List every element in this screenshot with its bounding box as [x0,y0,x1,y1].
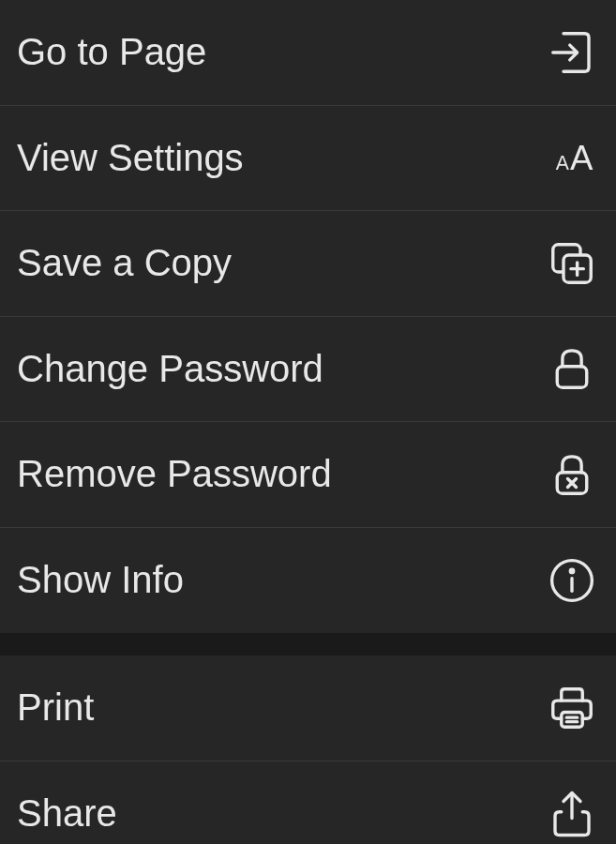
menu-group-1: Go to Page View Settings A A Save a Copy [0,0,616,633]
svg-text:A: A [556,153,570,174]
menu-item-label: Change Password [17,348,323,390]
page-arrow-icon [547,27,597,78]
share-icon [547,789,597,839]
svg-rect-6 [557,367,587,388]
menu-group-2: Print Share [0,656,616,844]
info-icon [547,555,597,606]
svg-text:A: A [570,140,593,178]
menu-item-remove-password[interactable]: Remove Password [0,422,616,528]
menu-item-label: View Settings [17,137,244,179]
menu-item-go-to-page[interactable]: Go to Page [0,0,616,106]
menu-item-view-settings[interactable]: View Settings A A [0,106,616,212]
svg-point-11 [570,569,573,572]
menu-item-label: Remove Password [17,453,332,495]
lock-icon [547,343,597,394]
menu-item-label: Share [17,792,117,835]
lock-x-icon [547,449,597,500]
menu-separator [0,633,616,656]
menu-item-label: Go to Page [17,31,206,73]
menu-item-show-info[interactable]: Show Info [0,528,616,634]
menu-item-save-copy[interactable]: Save a Copy [0,211,616,317]
menu-item-label: Show Info [17,559,184,601]
menu-item-share[interactable]: Share [0,761,616,845]
copy-plus-icon [547,238,597,289]
menu-item-label: Save a Copy [17,242,232,284]
menu-item-print[interactable]: Print [0,656,616,761]
menu-item-change-password[interactable]: Change Password [0,317,616,423]
svg-rect-13 [562,712,583,727]
printer-icon [547,683,597,733]
menu-item-label: Print [17,686,94,729]
text-size-icon: A A [547,132,597,183]
